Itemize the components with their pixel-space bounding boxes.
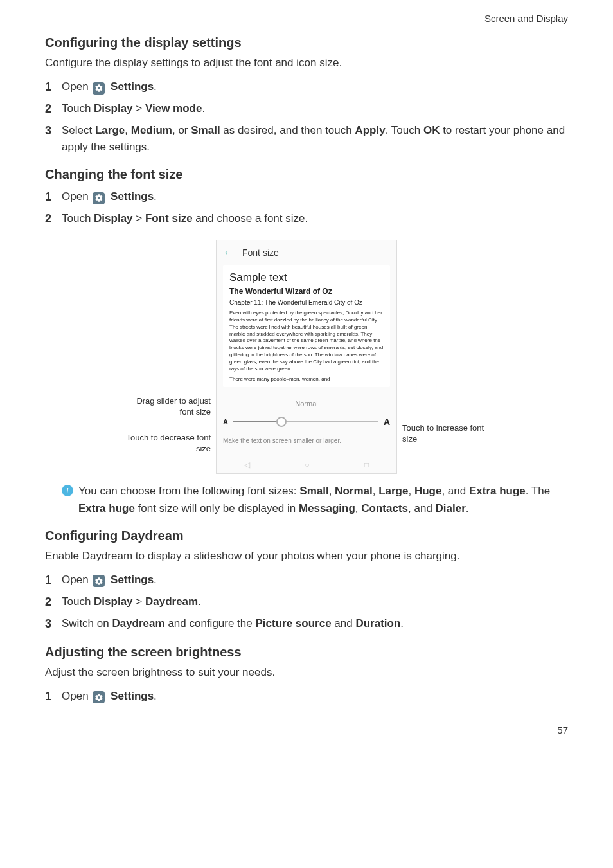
step-body: Open Settings. (62, 572, 568, 588)
nav-recent-icon: □ (364, 460, 369, 469)
slider-value-label: Normal (223, 400, 390, 408)
callout-drag-slider: Drag slider to adjust font size (121, 396, 211, 418)
breadcrumb: Screen and Display (45, 13, 568, 24)
step-number: 3 (45, 615, 62, 633)
lead-configuring-daydream: Enable Daydream to display a slideshow o… (45, 550, 568, 563)
font-size-figure: Drag slider to adjust font size Touch to… (121, 240, 492, 474)
heading-configuring-display: Configuring the display settings (45, 35, 568, 50)
slider-large-a: A (384, 417, 390, 427)
slider-thumb (276, 417, 287, 427)
steps-configuring-display: 1 Open Settings. 2 Touch Display > View … (45, 78, 568, 156)
phone-navbar: ◁ ○ □ (217, 455, 396, 473)
step-number: 1 (45, 572, 62, 590)
step-body: Touch Display > Font size and choose a f… (62, 210, 568, 227)
sample-text-subtitle: The Wonderful Wizard of Oz (229, 287, 384, 296)
sample-text-para1: Even with eyes protected by the green sp… (229, 310, 384, 372)
heading-adjusting-brightness: Adjusting the screen brightness (45, 645, 568, 660)
slider-small-a: A (223, 418, 228, 426)
lead-adjusting-brightness: Adjust the screen brightness to suit you… (45, 666, 568, 679)
step-number: 1 (45, 78, 62, 96)
info-note: i You can choose from the following font… (62, 483, 568, 517)
back-arrow-icon: ← (223, 247, 233, 258)
step-number: 1 (45, 188, 62, 206)
settings-icon (93, 82, 105, 95)
steps-configuring-daydream: 1 Open Settings. 2 Touch Display > Daydr… (45, 572, 568, 633)
heading-configuring-daydream: Configuring Daydream (45, 529, 568, 543)
nav-back-icon: ◁ (244, 460, 250, 469)
callout-decrease: Touch to decrease font size (121, 433, 211, 455)
settings-icon (93, 691, 105, 703)
step-body: Open Settings. (62, 688, 568, 705)
lead-configuring-display: Configure the display settings to adjust… (45, 57, 568, 69)
font-size-slider (233, 421, 378, 422)
steps-changing-font-size: 1 Open Settings. 2 Touch Display > Font … (45, 188, 568, 228)
step-number: 2 (45, 593, 62, 611)
step-number: 1 (45, 688, 62, 706)
step-number: 3 (45, 122, 62, 140)
settings-icon (93, 575, 105, 587)
sample-text-chapter: Chapter 11: The Wonderful Emerald City o… (229, 299, 384, 306)
step-number: 2 (45, 100, 62, 118)
heading-changing-font-size: Changing the font size (45, 167, 568, 182)
nav-home-icon: ○ (305, 460, 309, 469)
page-number: 57 (45, 725, 568, 736)
step-body: Open Settings. (62, 78, 568, 95)
step-body: Select Large, Medium, or Small as desire… (62, 122, 568, 156)
sample-text-para2: There were many people–men, women, and (229, 376, 384, 383)
step-body: Switch on Daydream and configure the Pic… (62, 615, 568, 632)
step-number: 2 (45, 210, 62, 228)
sample-text-title: Sample text (229, 271, 384, 284)
info-icon: i (62, 485, 73, 496)
step-body: Touch Display > Daydream. (62, 593, 568, 610)
steps-adjusting-brightness: 1 Open Settings. (45, 688, 568, 706)
settings-icon (93, 192, 105, 204)
screen-title: Font size (242, 248, 279, 258)
step-body: Open Settings. (62, 188, 568, 205)
callout-increase: Touch to increase font size (402, 423, 492, 445)
slider-help-text: Make the text on screen smaller or large… (223, 437, 390, 444)
step-body: Touch Display > View mode. (62, 100, 568, 117)
phone-screenshot: ← Font size Sample text The Wonderful Wi… (216, 240, 397, 474)
